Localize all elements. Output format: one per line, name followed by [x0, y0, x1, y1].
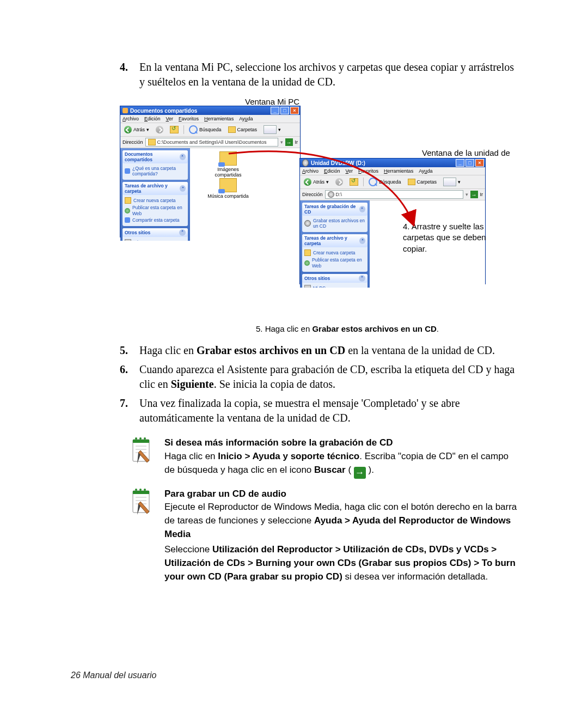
note-body-2: Seleccione Utilización del Reproductor >…	[164, 543, 517, 583]
chevron-up-icon[interactable]: ˄	[180, 154, 186, 160]
menubar: AArchivorchivo Edición Ver Favoritos Her…	[120, 115, 300, 123]
minimize-button[interactable]: _	[456, 159, 464, 167]
title-text: Documentos compartidos	[130, 108, 197, 114]
close-button[interactable]: ×	[475, 159, 484, 167]
chevron-up-icon[interactable]: ˄	[180, 185, 186, 192]
step-6: 6. Cuando aparezca el Asistente para gra…	[120, 362, 517, 392]
caption-step-5: 5. Haga clic en Grabar estos archivos en…	[256, 324, 517, 334]
sidebar: Documentos compartidos˄ ¿Qué es una carp…	[120, 148, 190, 241]
menu-favoritos[interactable]: Favoritos	[179, 116, 199, 121]
panel-item-new-folder[interactable]: Crear nueva carpeta	[304, 249, 365, 257]
step-4: 4. En la ventana Mi PC, seleccione los a…	[120, 60, 517, 89]
note-body-1: Ejecute el Reproductor de Windows Media,…	[164, 501, 517, 541]
forward-icon	[156, 126, 163, 133]
panel-item-publish[interactable]: Publicar esta carpeta en Web	[125, 204, 186, 216]
search-icon	[189, 125, 198, 134]
up-button[interactable]	[168, 125, 180, 134]
caption-mi-pc: Ventana Mi PC	[245, 97, 299, 106]
views-icon	[264, 125, 277, 134]
search-arrow-icon: →	[354, 467, 366, 479]
folder-icon	[148, 139, 156, 145]
maximize-button[interactable]: □	[280, 107, 289, 114]
address-bar: Dirección C:\Documents and Settings\All …	[120, 137, 300, 148]
panel-item[interactable]: ¿Qué es una carpeta compartida?	[125, 165, 186, 177]
share-icon	[125, 168, 130, 174]
panel-item-mipc[interactable]: Mi PC	[304, 284, 365, 288]
panel-file-tasks: Tareas de archivo y carpeta˄ Crear nueva…	[122, 182, 188, 226]
maximize-button[interactable]: □	[465, 159, 474, 167]
globe-icon	[304, 260, 310, 266]
step-4-num: 4.	[120, 60, 128, 75]
close-button[interactable]: ×	[290, 107, 299, 114]
globe-icon	[125, 208, 130, 214]
chevron-up-icon[interactable]: ˄	[179, 229, 186, 236]
svg-rect-1	[133, 440, 149, 443]
page-footer: 26 Manual del usuario	[71, 671, 156, 680]
go-button[interactable]: →	[470, 191, 478, 198]
svg-point-11	[139, 489, 142, 491]
panel-other-places: Otros sitios˄ Mi PC Mis documentos Docum…	[302, 274, 367, 288]
menu-herramientas[interactable]: Herramientas	[204, 116, 234, 121]
address-input[interactable]: C:\Documents and Settings\All Users\Docu…	[145, 138, 278, 147]
titlebar[interactable]: Documentos compartidos _ □ ×	[120, 106, 300, 115]
note-heading: Si desea más información sobre la grabac…	[164, 436, 517, 450]
folders-button[interactable]: Carpetas	[226, 126, 259, 133]
panel-item-new-folder[interactable]: Crear nueva carpeta	[125, 197, 186, 204]
svg-rect-9	[133, 491, 149, 494]
drag-arrow	[218, 149, 452, 242]
menu-ayuda[interactable]: Ayuda	[239, 116, 253, 121]
panel-item-publish[interactable]: Publicar esta carpeta en Web	[304, 257, 365, 269]
folders-icon	[228, 126, 236, 133]
minimize-button[interactable]: _	[271, 107, 279, 114]
svg-point-10	[135, 489, 137, 491]
menu-edicion[interactable]: Edición	[144, 116, 161, 121]
address-label: Dirección	[122, 139, 143, 145]
toolbar: Atrás ▾ Búsqueda Carpetas ▾	[120, 123, 300, 137]
folder-icon	[304, 249, 311, 256]
menu-ver[interactable]: Ver	[166, 116, 174, 121]
note-body: Haga clic en Inicio > Ayuda y soporte té…	[164, 450, 517, 479]
folder-up-icon	[170, 126, 179, 133]
back-icon	[124, 126, 132, 133]
step-5: 5. Haga clic en Grabar estos archivos en…	[120, 343, 517, 358]
note-heading: Para grabar un CD de audio	[164, 487, 517, 501]
note-icon	[131, 487, 154, 583]
folder-icon	[122, 108, 128, 113]
menu-archivo[interactable]: AArchivorchivo	[122, 116, 139, 121]
panel-item-mipc[interactable]: Mi PC	[125, 239, 186, 241]
back-button[interactable]: Atrás ▾	[122, 125, 151, 134]
pc-icon	[125, 239, 131, 241]
folder-icon	[125, 197, 131, 204]
note-cd-info: Si desea más información sobre la grabac…	[131, 436, 517, 479]
go-button[interactable]: →	[285, 138, 293, 146]
panel-shared-docs: Documentos compartidos˄ ¿Qué es una carp…	[122, 150, 188, 180]
svg-point-3	[139, 437, 142, 440]
svg-point-4	[144, 437, 146, 440]
step-7: 7. Una vez finalizada la copia, se muest…	[120, 396, 517, 425]
share-icon	[125, 217, 130, 223]
panel-other-places: Otros sitios˄ Mi PC Mis documentos Mis s…	[122, 228, 188, 241]
pc-icon	[304, 285, 311, 288]
step-4-text: En la ventana Mi PC, seleccione los arch…	[139, 61, 514, 88]
svg-point-12	[144, 489, 146, 491]
note-audio-cd: Para grabar un CD de audio Ejecute el Re…	[131, 487, 517, 583]
chevron-up-icon[interactable]: ˄	[359, 275, 365, 282]
figure-area: Ventana Mi PC Ventana de la unidad de CD…	[120, 100, 517, 318]
note-icon	[131, 436, 154, 479]
svg-point-2	[135, 437, 137, 440]
forward-button[interactable]	[154, 125, 165, 134]
views-button[interactable]: ▾	[262, 125, 283, 135]
search-button[interactable]: Búsqueda	[187, 125, 223, 135]
panel-item-share[interactable]: Compartir esta carpeta	[125, 217, 186, 223]
